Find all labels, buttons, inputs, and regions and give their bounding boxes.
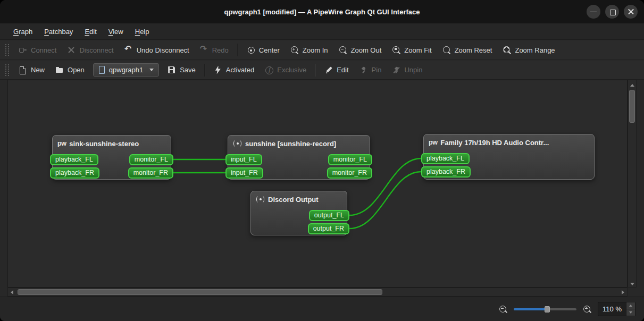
toolbar-separator (204, 64, 205, 77)
disconnect-icon (67, 46, 76, 54)
new-button[interactable]: New (13, 63, 50, 77)
redo-icon (200, 46, 208, 54)
toolbar-handle[interactable] (5, 44, 9, 56)
statusbar: 110 % (0, 297, 644, 321)
port-playback-fr[interactable]: playback_FR (50, 167, 99, 179)
vertical-scrollbar-thumb[interactable] (629, 90, 635, 123)
scroll-left-button[interactable] (8, 288, 16, 296)
patchbay-toolbar: New Open qpwgraph1 Save Activated Exclus… (0, 61, 644, 80)
audio-app-icon (233, 139, 242, 148)
menu-patchbay[interactable]: Patchbay (38, 25, 79, 38)
zoom-slider-handle[interactable] (545, 306, 550, 312)
node-title: sunshine [sunshine-record] (245, 140, 336, 148)
save-button[interactable]: Save (162, 63, 201, 77)
menu-edit[interactable]: Edit (79, 25, 102, 38)
node-sink-sunshine-stereo[interactable]: pw sink-sunshine-stereo playback_FL play… (52, 135, 171, 180)
pin-button[interactable]: Pin (354, 63, 387, 77)
port-input-fl[interactable]: input_FL (225, 154, 262, 165)
toolbar-separator (315, 64, 316, 77)
zoom-in-button[interactable]: Zoom In (285, 43, 333, 57)
new-file-icon (19, 66, 27, 74)
port-input-fr[interactable]: input_FR (225, 167, 263, 179)
window-title: qpwgraph1 [modified] — A PipeWire Graph … (224, 8, 420, 16)
maximize-button[interactable] (605, 5, 619, 19)
center-button[interactable]: Center (241, 43, 285, 57)
connect-button[interactable]: Connect (13, 43, 62, 57)
close-button[interactable] (624, 5, 638, 19)
zoom-spinbox[interactable]: 110 % (598, 302, 635, 316)
port-playback-fr[interactable]: playback_FR (421, 166, 471, 178)
audio-app-icon (256, 195, 265, 204)
toolbar-separator (237, 44, 238, 56)
zoom-fit-button[interactable]: Zoom Fit (387, 43, 437, 57)
minimize-button[interactable] (587, 5, 600, 19)
horizontal-scrollbar[interactable] (7, 288, 628, 297)
patchbay-file-icon (98, 66, 105, 74)
zoom-reset-icon (442, 46, 451, 54)
titlebar[interactable]: qpwgraph1 [modified] — A PipeWire Graph … (0, 0, 644, 23)
chevron-down-icon (149, 69, 154, 71)
pipewire-icon: pw (429, 139, 437, 146)
zoom-in-icon (290, 46, 299, 54)
redo-button[interactable]: Redo (195, 43, 234, 57)
unpin-icon (392, 66, 400, 74)
save-icon (168, 66, 176, 74)
port-monitor-fr[interactable]: monitor_FR (327, 167, 372, 179)
pencil-icon (324, 66, 333, 74)
screen: qpwgraph1 [modified] — A PipeWire Graph … (0, 0, 644, 321)
unpin-button[interactable]: Unpin (387, 63, 428, 77)
port-output-fl[interactable]: output_FL (309, 210, 349, 221)
undo-disconnect-button[interactable]: Undo Disconnect (119, 43, 195, 57)
toolbar-handle[interactable] (5, 64, 9, 76)
port-monitor-fl[interactable]: monitor_FL (129, 154, 173, 165)
qpwgraph-window: qpwgraph1 [modified] — A PipeWire Graph … (0, 0, 644, 321)
zoom-out-icon[interactable] (499, 305, 507, 314)
zoom-reset-button[interactable]: Zoom Reset (437, 43, 498, 57)
zoom-range-button[interactable]: Zoom Range (497, 43, 560, 57)
undo-icon (124, 46, 133, 54)
zoom-spin-up-button[interactable] (626, 302, 635, 309)
port-playback-fl[interactable]: playback_FL (50, 154, 98, 165)
scroll-right-button[interactable] (619, 288, 627, 296)
menu-view[interactable]: View (103, 25, 129, 38)
port-playback-fl[interactable]: playback_FL (421, 153, 470, 164)
zoom-value[interactable]: 110 % (598, 302, 626, 316)
exclusive-toggle[interactable]: Exclusive (260, 63, 312, 77)
center-icon (247, 46, 255, 54)
menu-help[interactable]: Help (129, 25, 155, 38)
zoom-slider-fill (514, 308, 546, 310)
node-discord-output[interactable]: Discord Output output_FL output_FR (250, 191, 347, 235)
vertical-scrollbar[interactable] (628, 80, 637, 288)
connection-line[interactable] (349, 172, 421, 229)
connect-icon (19, 46, 27, 54)
scroll-down-button[interactable] (628, 279, 636, 287)
window-controls (587, 5, 638, 19)
graph-toolbar: Connect Disconnect Undo Disconnect Redo … (0, 40, 644, 60)
patchbay-file-combo[interactable]: qpwgraph1 (93, 63, 159, 77)
open-button[interactable]: Open (50, 63, 90, 77)
zoom-in-icon[interactable] (583, 305, 591, 314)
scroll-up-button[interactable] (628, 80, 636, 88)
zoom-fit-icon (392, 46, 400, 54)
port-output-fr[interactable]: output_FR (308, 223, 349, 234)
node-family-hd-audio[interactable]: pw Family 17h/19h HD Audio Contr... play… (423, 134, 595, 180)
zoom-spin-down-button[interactable] (626, 309, 635, 316)
disconnect-button[interactable]: Disconnect (62, 43, 119, 57)
menu-graph[interactable]: Graph (7, 25, 38, 38)
activated-toggle[interactable]: Activated (208, 63, 260, 77)
port-monitor-fl[interactable]: monitor_FL (328, 154, 372, 165)
node-title: Family 17h/19h HD Audio Contr... (440, 139, 549, 147)
graph-canvas[interactable]: pw sink-sunshine-stereo playback_FL play… (7, 80, 628, 288)
port-monitor-fr[interactable]: monitor_FR (128, 167, 173, 179)
lightning-icon (214, 66, 222, 74)
scrollbar-corner (628, 288, 637, 297)
node-title: Discord Output (268, 196, 319, 204)
zoom-out-icon (339, 46, 347, 54)
zoom-out-button[interactable]: Zoom Out (333, 43, 387, 57)
zoom-slider[interactable] (514, 305, 576, 314)
connections-layer (8, 80, 628, 288)
pipewire-icon: pw (57, 140, 66, 147)
node-sunshine-record[interactable]: sunshine [sunshine-record] input_FL inpu… (228, 135, 370, 180)
edit-button[interactable]: Edit (319, 63, 354, 77)
horizontal-scrollbar-thumb[interactable] (18, 289, 382, 295)
